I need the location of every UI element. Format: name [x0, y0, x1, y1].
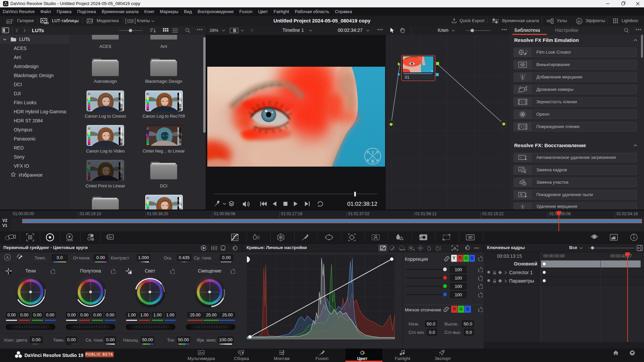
svg-text:LOG: LOG — [221, 249, 225, 251]
svg-text:K: K — [371, 159, 375, 164]
svg-text:fx: fx — [578, 19, 581, 23]
svg-text:HDR: HDR — [66, 239, 73, 242]
svg-text:01: 01 — [405, 75, 410, 80]
svg-text:J: J — [372, 150, 374, 155]
svg-text:A: A — [6, 255, 9, 260]
svg-text:3D: 3D — [468, 235, 473, 239]
